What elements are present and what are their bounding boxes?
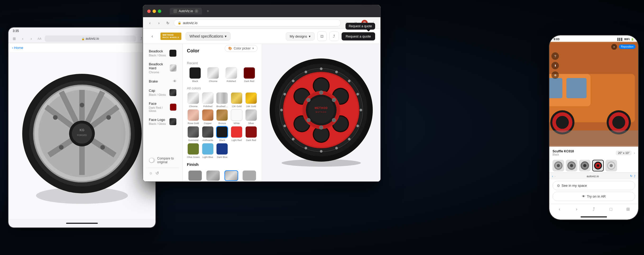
all-24k-gold[interactable]: 24K Gold: [245, 92, 257, 108]
ipad-back-home[interactable]: ‹ Home: [12, 46, 23, 50]
all-copper[interactable]: Copper: [201, 109, 214, 125]
all-black-selected[interactable]: Black: [216, 126, 229, 142]
save-btn[interactable]: ⊡: [317, 31, 327, 41]
iphone-back-btn[interactable]: ‹: [552, 175, 553, 178]
app-content: ‹ METHOD RACE WHEELS Wheel specification…: [143, 29, 380, 181]
finish-title: Finish: [187, 162, 257, 167]
battery-icon: 🔋: [631, 38, 634, 41]
svg-point-90: [570, 164, 573, 167]
iphone-tab-back[interactable]: ‹: [551, 206, 568, 213]
iphone-tab-tabs[interactable]: ⊞: [620, 206, 636, 213]
browser-tab[interactable]: AutoViz.io ×: [170, 8, 202, 15]
tab-close-btn[interactable]: ×: [195, 9, 198, 13]
sun-icon[interactable]: ☼: [149, 171, 153, 176]
browser-url-text: autoviz.io: [183, 21, 197, 25]
all-polished[interactable]: Polished: [201, 92, 214, 108]
app-back-btn[interactable]: ‹: [148, 32, 156, 40]
all-light-red[interactable]: Light Red: [230, 126, 243, 142]
browser-url-bar[interactable]: 🔒 autoviz.io: [174, 19, 341, 26]
iphone-tab-forward[interactable]: ›: [569, 206, 585, 213]
wheel-thumb-4-active[interactable]: [592, 160, 604, 171]
wheel-thumb-2[interactable]: [566, 160, 577, 171]
iphone-forward-btn[interactable]: ›: [555, 175, 556, 178]
my-designs-btn[interactable]: My designs ▾: [286, 32, 315, 40]
try-ar-btn[interactable]: 👁 Try on in AR: [553, 192, 635, 201]
iphone-bottom-panel: Scuffle KC018 Black 20" x 10" ›: [549, 147, 638, 220]
browser-titlebar: AutoViz.io × +: [143, 5, 380, 17]
all-gunmetal[interactable]: Gunmetal: [187, 126, 200, 142]
eye-icon[interactable]: 👁: [173, 79, 177, 83]
all-white[interactable]: White: [230, 109, 243, 125]
all-dark-red2[interactable]: Dark Red: [245, 126, 257, 142]
ar-close-btn[interactable]: ×: [611, 44, 617, 50]
wheel-thumb-3[interactable]: [579, 160, 591, 171]
rotate-icon[interactable]: ↺: [155, 171, 159, 176]
matte-finish[interactable]: Matte: [187, 170, 203, 181]
iphone-time: 9:03: [554, 38, 559, 41]
wheel-spec-dropdown[interactable]: Wheel specifications ▾: [186, 32, 231, 40]
all-anthracite[interactable]: Anthracite: [201, 126, 214, 142]
compare-switch[interactable]: [149, 158, 155, 163]
thumb-wheel-svg-3: [580, 161, 589, 170]
gloss-finish[interactable]: Gloss: [223, 170, 240, 181]
thumb-wheel-svg-4: [594, 161, 602, 170]
browser-refresh-btn[interactable]: ↻: [165, 20, 171, 26]
wheel-thumb-1[interactable]: [553, 160, 564, 171]
iphone-refresh-btn[interactable]: ↻: [630, 174, 632, 178]
ipad-aa[interactable]: AA: [36, 37, 43, 40]
eyedropper-icon: 🎨: [228, 47, 232, 50]
browser-forward-btn[interactable]: ›: [156, 20, 162, 26]
all-dark-blue[interactable]: Dark Blue: [216, 143, 229, 158]
svg-point-65: [332, 98, 336, 102]
face-item[interactable]: Face Dark Red / Gloss: [146, 99, 179, 115]
face-logo-item[interactable]: Face Logo Black / Gloss: [146, 116, 179, 128]
close-traffic-light[interactable]: [147, 10, 151, 13]
color-picker-btn[interactable]: 🎨 Color picker ×: [225, 45, 257, 52]
all-12k-gold[interactable]: 12K Gold: [230, 92, 243, 108]
brushed-finish[interactable]: Brushed: [241, 170, 257, 181]
ipad-back-btn[interactable]: ‹: [20, 35, 26, 42]
recent-chrome[interactable]: Chrome: [205, 67, 221, 83]
ar-question-btn[interactable]: ?: [551, 52, 559, 60]
ipad-reader-icon[interactable]: ⊞: [11, 35, 17, 42]
brake-item[interactable]: Brake 👁: [146, 77, 179, 85]
beadlock-hard-item[interactable]: Beadlock Hard Chrome: [146, 60, 179, 76]
request-quote-btn[interactable]: Request a quote: [342, 32, 375, 40]
compare-toggle[interactable]: Compare to original: [146, 154, 179, 167]
share-btn[interactable]: ⤴: [329, 31, 339, 41]
ipad-wheel-area: KG FORGED: [8, 53, 155, 219]
traffic-lights: [147, 10, 161, 13]
browser-back-btn[interactable]: ‹: [147, 20, 153, 26]
satin-finish[interactable]: Satin: [205, 170, 221, 181]
svg-point-21: [53, 115, 58, 120]
ar-share-btn[interactable]: ⬆: [551, 62, 559, 69]
iphone-tab-bookmark[interactable]: □: [603, 206, 619, 213]
new-tab-btn[interactable]: +: [207, 9, 209, 13]
recent-black[interactable]: Black: [187, 67, 203, 83]
beadlock-sub: Black / Gloss: [149, 54, 166, 57]
all-olive-green[interactable]: Olive Green: [187, 143, 200, 158]
reposition-badge[interactable]: Reposition: [619, 44, 636, 49]
all-light-blue[interactable]: Light Blue: [201, 143, 214, 158]
all-brushed[interactable]: Brushed ...: [216, 92, 229, 108]
all-silver[interactable]: Silver: [245, 109, 257, 125]
wheel-thumb-5[interactable]: [605, 160, 617, 171]
ar-plus-btn[interactable]: ⊕: [551, 71, 559, 79]
face-name: Face: [149, 102, 170, 106]
iphone-tab-share[interactable]: ⤴: [586, 206, 602, 213]
beadlock-item[interactable]: Beadlock Black / Gloss: [146, 47, 179, 59]
toggle-knob: [149, 158, 154, 162]
fullscreen-traffic-light[interactable]: [158, 10, 161, 13]
cap-item[interactable]: Cap Black / Gloss: [146, 86, 179, 98]
recent-polished[interactable]: Polished: [223, 67, 240, 83]
all-bronze[interactable]: Bronze: [216, 109, 229, 125]
all-rose-gold[interactable]: Rose Gold: [187, 109, 200, 125]
recent-dark-red[interactable]: Dark Red: [241, 67, 257, 83]
ipad-url-bar[interactable]: 🔒 autoviz.io: [45, 35, 136, 42]
iphone-share-btn[interactable]: ⤴: [634, 175, 636, 178]
see-in-space-btn[interactable]: ⊙ See in my space: [553, 181, 635, 190]
all-chrome[interactable]: Chrome: [187, 92, 200, 108]
ipad-forward-btn[interactable]: ›: [28, 35, 34, 42]
minimize-traffic-light[interactable]: [153, 10, 156, 13]
close-color-picker-icon[interactable]: ×: [252, 47, 254, 50]
